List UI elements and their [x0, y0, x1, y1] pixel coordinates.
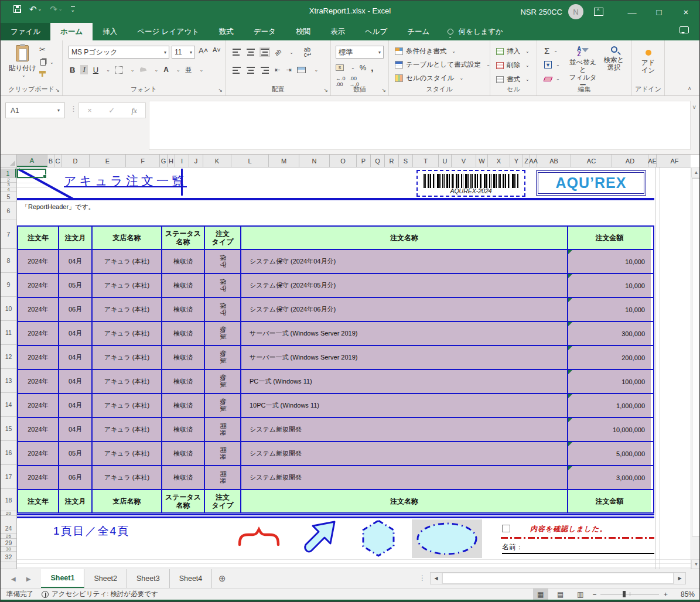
row-header-12[interactable]: 12 — [1, 345, 16, 369]
autosum-button[interactable]: Σ⌄ — [543, 45, 561, 56]
column-header-ab[interactable]: AB — [537, 155, 571, 167]
column-header-m[interactable]: M — [269, 155, 299, 167]
phonetic-dropdown[interactable]: ⌄ — [200, 67, 204, 73]
row-header-7[interactable]: 7 — [1, 220, 16, 249]
cell-status[interactable]: 検収済 — [162, 394, 205, 417]
column-header-h[interactable]: H — [168, 155, 175, 167]
tab-page-layout[interactable]: ページ レイアウト — [127, 23, 209, 40]
row-header-8[interactable]: 8 — [1, 249, 16, 273]
cell-branch[interactable]: アキュラ (本社) — [93, 394, 162, 417]
row-header-3[interactable]: 3 — [1, 183, 16, 187]
zoom-out-icon[interactable]: − — [593, 591, 597, 598]
tab-data[interactable]: データ — [244, 23, 286, 40]
cell-name[interactable]: サーバー一式 (Windows Server 2019) — [241, 322, 568, 345]
column-header-b[interactable]: B — [47, 155, 54, 167]
header-cell-1[interactable]: 注文月 — [59, 490, 93, 512]
formula-input[interactable] — [149, 101, 691, 150]
header-cell-1[interactable]: 注文月 — [59, 227, 93, 249]
cell-branch[interactable]: アキュラ (本社) — [93, 418, 162, 441]
brace-shape[interactable] — [237, 526, 281, 547]
user-name[interactable]: NSR 250CC — [520, 8, 562, 16]
scroll-up-icon[interactable]: ▲ — [691, 167, 700, 177]
column-header-k[interactable]: K — [203, 155, 231, 167]
row-header-13[interactable]: 13 — [1, 369, 16, 393]
ellipse-shape[interactable] — [414, 521, 480, 556]
cell-status[interactable]: 検収済 — [162, 442, 205, 465]
zoom-level[interactable]: 85% — [674, 590, 695, 598]
cell-month[interactable]: 04月 — [59, 394, 93, 417]
font-color-dropdown[interactable]: ⌄ — [176, 67, 180, 73]
tab-view[interactable]: 表示 — [320, 23, 355, 40]
font-color-button[interactable]: A — [163, 66, 169, 73]
cell-month[interactable]: 04月 — [59, 346, 93, 369]
cell-name[interactable]: サーバー一式 (Windows Server 2019) — [241, 346, 568, 369]
accessibility-status[interactable]: アクセシビリティ: 検討が必要です — [42, 590, 158, 598]
header-cell-6[interactable]: 注文金額 — [568, 227, 651, 249]
sort-filter-button[interactable]: AZ 並べ替えと フィルター — [568, 46, 598, 89]
cell-amount[interactable]: 200,000 — [568, 346, 651, 369]
insert-function-icon[interactable]: fx — [131, 106, 136, 115]
cell-year[interactable]: 2024年 — [18, 370, 59, 393]
cell-year[interactable]: 2024年 — [18, 250, 59, 273]
collapse-ribbon-icon[interactable]: ˄ — [688, 85, 691, 92]
next-sheet-icon[interactable]: ▶ — [26, 576, 31, 582]
comma-button[interactable]: , — [371, 63, 373, 73]
cell-year[interactable]: 2024年 — [18, 298, 59, 321]
cell-branch[interactable]: アキュラ (本社) — [93, 466, 162, 489]
header-cell-0[interactable]: 注文年 — [18, 490, 59, 512]
decrease-font-button[interactable]: A˅ — [213, 46, 221, 53]
header-cell-2[interactable]: 支店名称 — [93, 490, 162, 512]
cell-amount[interactable]: 10,000 — [568, 250, 651, 273]
clear-button[interactable]: ⌄ — [543, 73, 561, 84]
name-box[interactable]: A1▾ — [5, 102, 65, 118]
cell-amount[interactable]: 10,000,000 — [568, 418, 651, 441]
column-header-af[interactable]: AF — [657, 155, 691, 167]
header-cell-4[interactable]: 注文 タイプ — [205, 227, 241, 249]
fill-color-button[interactable] — [140, 67, 147, 72]
alignment-dialog-launcher[interactable]: ↘ — [323, 87, 328, 93]
column-header-x[interactable]: X — [488, 155, 510, 167]
row-header-9[interactable]: 9 — [1, 273, 16, 297]
cell-name[interactable]: システム新規開発 — [241, 418, 568, 441]
sheet-tab-sheet3[interactable]: Sheet3 — [127, 569, 170, 588]
prev-sheet-icon[interactable]: ◀ — [11, 576, 16, 582]
column-header-o[interactable]: O — [330, 155, 357, 167]
underline-button[interactable]: U — [93, 66, 98, 74]
tell-me-search[interactable]: 何をしますか — [448, 23, 503, 40]
column-header-g[interactable]: G — [160, 155, 168, 167]
row-header-10[interactable]: 10 — [1, 297, 16, 321]
header-cell-3[interactable]: ステータス 名称 — [162, 490, 205, 512]
cell-branch[interactable]: アキュラ (本社) — [93, 346, 162, 369]
accounting-dropdown[interactable]: ⌄ — [351, 65, 355, 70]
cell-name[interactable]: PC一式 (Windows 11) — [241, 370, 568, 393]
align-right-icon[interactable] — [261, 67, 269, 74]
cell-type[interactable]: 物販 — [205, 370, 241, 393]
borders-dropdown[interactable]: ⌄ — [131, 67, 135, 73]
increase-font-button[interactable]: A˄ — [199, 46, 208, 55]
row-header-2[interactable]: 2 — [1, 178, 16, 183]
cell-name[interactable]: システム保守 (2024年06月分) — [241, 298, 568, 321]
minimize-button[interactable]: — — [619, 1, 646, 23]
tab-splitter[interactable]: ⋮ — [419, 574, 426, 582]
cell-status[interactable]: 検収済 — [162, 274, 205, 297]
font-name-combobox[interactable]: MS Pゴシック▾ — [69, 46, 169, 59]
header-cell-2[interactable]: 支店名称 — [93, 227, 162, 249]
cell-branch[interactable]: アキュラ (本社) — [93, 322, 162, 345]
cell-month[interactable]: 06月 — [59, 298, 93, 321]
cell-year[interactable]: 2024年 — [18, 466, 59, 489]
new-sheet-button[interactable]: ⊕ — [212, 569, 232, 588]
column-header-l[interactable]: L — [231, 155, 269, 167]
align-middle-icon[interactable] — [247, 49, 255, 56]
column-header-ad[interactable]: AD — [612, 155, 648, 167]
cell-year[interactable]: 2024年 — [18, 322, 59, 345]
column-header-w[interactable]: W — [476, 155, 488, 167]
enter-entry-icon[interactable]: ✓ — [108, 106, 115, 115]
row-header-1[interactable]: 1 — [1, 169, 16, 178]
cell-branch[interactable]: アキュラ (本社) — [93, 370, 162, 393]
fill-color-dropdown[interactable]: ⌄ — [155, 67, 159, 73]
cell-type[interactable]: 物販 — [205, 346, 241, 369]
tab-file[interactable]: ファイル — [1, 23, 50, 40]
align-left-icon[interactable] — [233, 67, 241, 74]
column-header-n[interactable]: N — [299, 155, 330, 167]
scroll-left-icon[interactable]: ◀ — [431, 573, 442, 584]
